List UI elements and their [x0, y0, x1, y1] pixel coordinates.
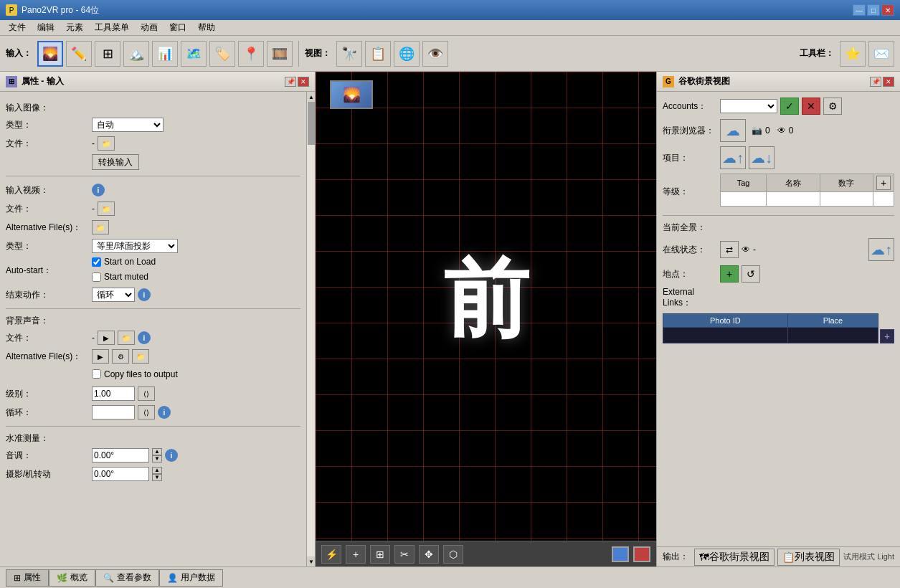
- camera-input[interactable]: [92, 467, 149, 481]
- menu-elements[interactable]: 元素: [60, 20, 89, 35]
- canvas-area[interactable]: 🌄 前: [316, 72, 656, 541]
- toolbar-input-edit[interactable]: ✏️: [66, 41, 92, 67]
- video-type-label: 类型：: [6, 240, 92, 252]
- view-label: 视图：: [305, 47, 331, 60]
- canvas-tool-hex[interactable]: ⬡: [443, 545, 463, 564]
- camera-up[interactable]: ▲: [152, 467, 162, 474]
- accounts-select[interactable]: [720, 99, 777, 113]
- accounts-add-btn[interactable]: ✓: [780, 98, 799, 115]
- loop-spinner[interactable]: ⟨⟩: [138, 405, 155, 419]
- end-action-info[interactable]: i: [138, 288, 151, 301]
- video-info-button[interactable]: i: [92, 184, 105, 196]
- location-reset-btn[interactable]: ↺: [742, 265, 760, 283]
- toolbar-view-globe[interactable]: 🌐: [394, 41, 420, 67]
- tab-properties[interactable]: ⊞ 属性: [6, 569, 49, 587]
- tone-input[interactable]: [92, 448, 149, 463]
- street-browser-cloud-btn[interactable]: ☁: [720, 119, 746, 142]
- online-cloud-btn[interactable]: ☁↑: [868, 238, 894, 261]
- left-panel-scrollbar[interactable]: ▲ ▼: [306, 92, 315, 566]
- canvas-tool-grid[interactable]: ⊞: [370, 545, 390, 564]
- toolbar-input-tag[interactable]: 🏷️: [209, 41, 235, 67]
- tab-overview[interactable]: 🌿 概览: [49, 569, 95, 587]
- camera-label: 摄影/机转动: [6, 468, 92, 480]
- bg-alt-browse[interactable]: 📁: [132, 349, 149, 364]
- accounts-settings-btn[interactable]: ⚙: [823, 98, 842, 115]
- copy-files-checkbox[interactable]: [92, 369, 101, 379]
- tab-params[interactable]: 🔍 查看参数: [95, 569, 159, 587]
- close-button[interactable]: ✕: [881, 4, 894, 16]
- alt-files-browse[interactable]: 📁: [92, 220, 109, 234]
- toolbar-mail[interactable]: ✉️: [868, 41, 894, 67]
- menu-help[interactable]: 帮助: [192, 20, 221, 35]
- scroll-down-btn[interactable]: ▼: [307, 556, 315, 566]
- start-on-load-checkbox[interactable]: [92, 257, 101, 267]
- menu-file[interactable]: 文件: [3, 20, 32, 35]
- online-status-row: 在线状态： ⇄ 👁 - ☁↑: [663, 238, 894, 261]
- toolbar-input-video[interactable]: 🎞️: [267, 41, 293, 67]
- canvas-tool-lightning[interactable]: ⚡: [321, 545, 341, 564]
- scroll-up-btn[interactable]: ▲: [307, 92, 315, 102]
- project-label: 项目：: [663, 152, 720, 164]
- canvas-tool-add[interactable]: +: [346, 545, 366, 564]
- output-google-btn[interactable]: 🗺 谷歌街景视图: [694, 549, 775, 566]
- canvas-tool-cut[interactable]: ✂: [394, 545, 415, 564]
- toolbar-view-binoculars[interactable]: 🔭: [336, 41, 362, 67]
- start-muted-checkbox[interactable]: [92, 272, 101, 282]
- project-download-btn[interactable]: ☁↓: [749, 146, 775, 169]
- maximize-button[interactable]: □: [867, 4, 880, 16]
- minimize-button[interactable]: —: [853, 4, 866, 16]
- right-panel-close[interactable]: ✕: [883, 77, 894, 87]
- type-select[interactable]: 自动: [92, 118, 164, 132]
- canvas-color-blue[interactable]: [612, 546, 629, 562]
- menu-edit[interactable]: 编辑: [32, 20, 60, 35]
- toolbar-sep1: [298, 41, 299, 67]
- bg-alt-settings[interactable]: ⚙: [112, 349, 129, 364]
- menu-window[interactable]: 窗口: [164, 20, 192, 35]
- toolbar-star[interactable]: ⭐: [840, 41, 866, 67]
- online-status-btn1[interactable]: ⇄: [720, 241, 739, 258]
- bg-file-info[interactable]: i: [138, 331, 151, 344]
- camera-down[interactable]: ▼: [152, 474, 162, 481]
- toolbar-view-clipboard[interactable]: 📋: [365, 41, 391, 67]
- tone-up[interactable]: ▲: [152, 448, 162, 455]
- toolbar-view-eye[interactable]: 👁️: [422, 41, 448, 67]
- scroll-thumb[interactable]: [308, 102, 315, 145]
- loop-input[interactable]: [92, 405, 135, 419]
- output-list-btn[interactable]: 📋 列表视图: [777, 549, 840, 566]
- toolbar-input-maps[interactable]: 📍: [238, 41, 264, 67]
- bg-file-browse[interactable]: 📁: [118, 331, 135, 345]
- grade-add-btn[interactable]: +: [876, 176, 891, 190]
- tone-info[interactable]: i: [165, 449, 178, 462]
- end-action-select[interactable]: 循环: [92, 288, 135, 302]
- toolbar-input-view2[interactable]: 📊: [152, 41, 178, 67]
- tone-label: 音调：: [6, 450, 92, 462]
- video-type-select[interactable]: 等里/球面投影: [92, 239, 178, 253]
- project-upload-btn[interactable]: ☁↑: [720, 146, 746, 169]
- canvas-color-red[interactable]: [633, 546, 650, 562]
- tab-user-data[interactable]: 👤 用户数据: [159, 569, 223, 587]
- ext-links-add-btn[interactable]: +: [880, 329, 894, 343]
- bg-alt-play[interactable]: ▶: [92, 349, 109, 364]
- video-file-browse[interactable]: 📁: [98, 201, 115, 216]
- toolbar-input-map[interactable]: 🗺️: [181, 41, 207, 67]
- toolbar-input-panorama[interactable]: 🌄: [37, 41, 63, 67]
- level-spinner[interactable]: ⟨⟩: [138, 387, 155, 401]
- menu-tools[interactable]: 工具菜单: [89, 20, 135, 35]
- google-icon: G: [663, 76, 674, 87]
- panel-close-button[interactable]: ✕: [298, 77, 309, 87]
- level-input[interactable]: [92, 387, 135, 401]
- toolbar-input-grid[interactable]: ⊞: [95, 41, 120, 67]
- right-panel-pin[interactable]: 📌: [870, 77, 881, 87]
- convert-input-button[interactable]: 转换输入: [92, 154, 139, 170]
- canvas-tool-move[interactable]: ✥: [419, 545, 439, 564]
- accounts-remove-btn[interactable]: ✕: [802, 98, 820, 115]
- panel-pin-button[interactable]: 📌: [285, 77, 296, 87]
- file-browse-button[interactable]: 📁: [98, 136, 115, 151]
- menu-animation[interactable]: 动画: [135, 20, 164, 35]
- loop-info[interactable]: i: [158, 406, 171, 419]
- toolbar-input-view1[interactable]: 🏔️: [123, 41, 149, 67]
- online-status-label: 在线状态：: [663, 244, 720, 256]
- bg-play-btn[interactable]: ▶: [98, 331, 115, 345]
- tone-down[interactable]: ▼: [152, 455, 162, 463]
- location-add-btn[interactable]: +: [720, 265, 739, 283]
